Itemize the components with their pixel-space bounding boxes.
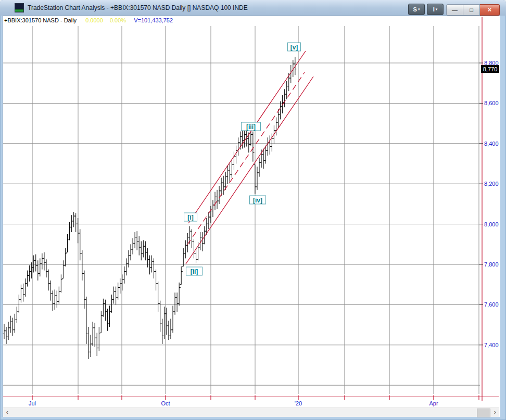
price-tick-label: 8,400 [484, 141, 499, 147]
date-axis[interactable]: JulOct'20Apr [29, 400, 438, 406]
scroll-left-arrow-icon[interactable]: ‹ [3, 408, 11, 417]
tradestation-window: TradeStation Chart Analysis - +BBIX:3015… [0, 0, 506, 420]
wave-label: [i] [187, 214, 193, 221]
svg-text:8,770: 8,770 [483, 66, 498, 72]
percent-change-value: 0.00% [110, 17, 126, 23]
grid-lines [3, 26, 480, 394]
symbol-label: +BBIX:301570 NASD - Daily [4, 17, 77, 23]
upper-channel-line[interactable] [188, 51, 306, 223]
price-tick-label: 8,600 [484, 100, 499, 106]
date-tick-label: Oct [161, 400, 170, 406]
symbol-info-bar: +BBIX:301570 NASD - Daily 0.0000 0.00% V… [4, 17, 173, 24]
middle-channel-line[interactable] [187, 72, 305, 245]
price-tick-label: 8,000 [484, 221, 499, 227]
date-tick-label: '20 [295, 400, 302, 406]
horizontal-scrollbar[interactable]: ‹ › [3, 408, 499, 417]
price-tick-label: 7,400 [484, 342, 499, 348]
price-tick-label: 8,200 [484, 181, 499, 187]
scrollbar-thumb[interactable] [477, 409, 490, 417]
last-price-box: 8,770 [481, 65, 499, 73]
date-tick-label: Jul [29, 400, 36, 406]
ohlc-bars [3, 57, 296, 359]
wave-label: [iv] [253, 197, 262, 204]
price-chart[interactable]: 8,8008,6008,4008,2008,0007,8007,6007,400… [0, 0, 506, 420]
wave-label: [ii] [191, 268, 198, 275]
price-tick-label: 7,800 [484, 261, 499, 268]
volume-value: V=101,433,752 [134, 17, 173, 23]
trend-channel[interactable] [186, 51, 313, 264]
net-change-value: 0.0000 [85, 17, 103, 23]
price-tick-label: 7,600 [484, 301, 499, 308]
wave-label: [iii] [246, 123, 256, 131]
scroll-right-arrow-icon[interactable]: › [491, 408, 499, 417]
session-lines [3, 17, 499, 401]
date-tick-label: Apr [429, 400, 438, 406]
wave-label: [v] [290, 44, 298, 51]
lower-channel-line[interactable] [186, 77, 313, 264]
